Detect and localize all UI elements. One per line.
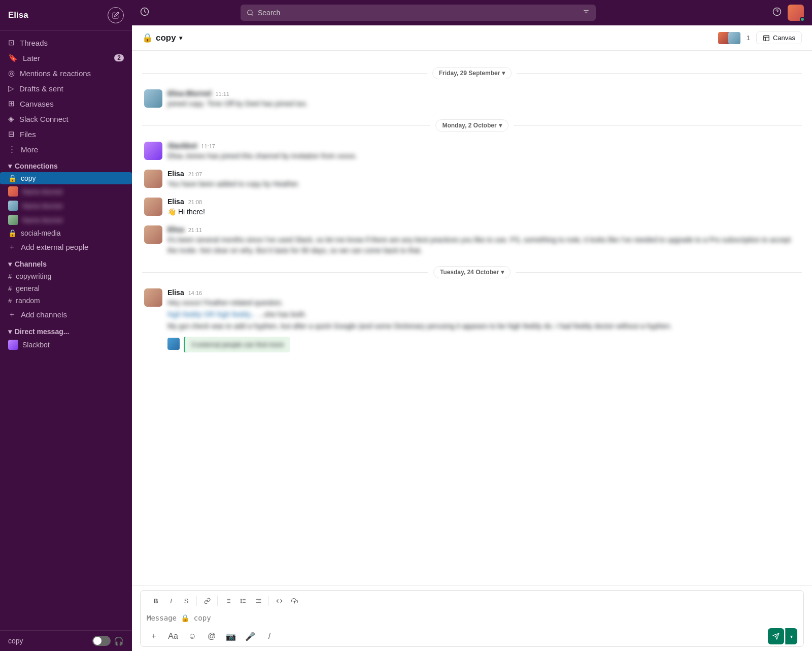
message-content: Elisa Blurred 11:11 joined copy. Time Of…: [167, 89, 800, 109]
toolbar-sep-1: [196, 596, 197, 606]
table-row: Slackbot 11:17 Elisa Joines has joined t…: [142, 140, 802, 164]
table-row: Elisa Blurred 11:11 joined copy. Time Of…: [142, 87, 802, 111]
history-button[interactable]: [140, 7, 149, 19]
sidebar: Elisa ⊡ Threads 🔖 Later 2 ◎ Mentions & r…: [0, 0, 132, 651]
message-header: Elisa 14:16: [167, 288, 800, 297]
sidebar-item-label: Files: [20, 130, 36, 139]
strikethrough-button[interactable]: S: [179, 594, 193, 608]
mentions-icon: ◎: [8, 69, 15, 78]
toggle-knob: [93, 637, 101, 645]
svg-rect-8: [764, 35, 769, 41]
slackbot-label: Slackbot: [22, 341, 50, 349]
avatar: [144, 170, 162, 188]
sidebar-item-drafts[interactable]: ▷ Drafts & sent: [0, 81, 132, 96]
bullet-list-button[interactable]: [236, 594, 250, 608]
send-chevron-button[interactable]: ▾: [785, 628, 797, 644]
mic-button[interactable]: 🎤: [243, 629, 257, 643]
divider-chevron-icon: ▾: [502, 70, 505, 77]
channel-label-copywriting: copywriting: [16, 272, 51, 280]
channel-chevron-icon[interactable]: ▾: [179, 35, 182, 42]
date-label-2[interactable]: Monday, 2 October ▾: [435, 119, 508, 132]
dm-item-2[interactable]: Name blurred: [0, 199, 132, 213]
channel-item-copywriting[interactable]: # copywriting: [0, 270, 132, 282]
sidebar-item-more[interactable]: ⋮ More: [0, 142, 132, 157]
dm-item-1[interactable]: Name blurred: [0, 184, 132, 199]
toggle-track[interactable]: [92, 636, 111, 646]
channel-item-random[interactable]: # random: [0, 295, 132, 307]
channel-header: 🔒 copy ▾ 1 Canvas: [132, 25, 812, 51]
filter-icon[interactable]: [583, 9, 590, 17]
date-label-1[interactable]: Friday, 29 September ▾: [432, 67, 512, 79]
message-sender: Elisa: [167, 225, 184, 234]
svg-point-1: [248, 10, 252, 15]
dm-item-slackbot[interactable]: Slackbot: [0, 338, 132, 352]
canvas-button[interactable]: Canvas: [756, 31, 802, 44]
sidebar-item-canvases[interactable]: ⊞ Canvases: [0, 96, 132, 111]
message-sender: Elisa: [167, 288, 184, 297]
link-button[interactable]: [200, 594, 214, 608]
channel-label: copy: [21, 174, 36, 182]
divider-line: [516, 272, 802, 273]
message-time: 21:08: [188, 199, 202, 205]
sidebar-item-files[interactable]: ⊟ Files: [0, 126, 132, 142]
channels-section-header[interactable]: ▾ Channels: [0, 255, 132, 270]
avatar: [144, 288, 162, 307]
channel-item-social-media[interactable]: 🔒 social-media: [0, 227, 132, 239]
add-button[interactable]: +: [147, 629, 161, 643]
svg-point-18: [241, 600, 242, 601]
send-icon: [772, 633, 780, 640]
indent-button[interactable]: [251, 594, 265, 608]
sidebar-item-later[interactable]: 🔖 Later 2: [0, 50, 132, 66]
channel-item-copy[interactable]: 🔒 copy: [0, 172, 132, 184]
ordered-list-icon: [225, 598, 231, 604]
send-button[interactable]: [768, 628, 784, 644]
date-divider-3: Tuesday, 24 October ▾: [142, 266, 802, 278]
sidebar-item-label: Canvases: [20, 100, 54, 108]
footer-toggle: 🎧: [92, 636, 124, 646]
message-time: 21:07: [188, 171, 202, 177]
connections-section-header[interactable]: ▾ Connections: [0, 157, 132, 172]
search-placeholder: Search: [258, 9, 280, 17]
message-time: 11:11: [215, 91, 229, 97]
message-header: Elisa Blurred 11:11: [167, 89, 800, 97]
svg-line-2: [252, 14, 253, 16]
video-button[interactable]: 📷: [224, 629, 238, 643]
dm-item-3[interactable]: Name blurred: [0, 213, 132, 227]
more-format-button[interactable]: [287, 594, 301, 608]
sidebar-item-label: Later: [23, 54, 40, 62]
date-divider-1: Friday, 29 September ▾: [142, 67, 802, 79]
add-channels-button[interactable]: ＋ Add channels: [0, 307, 132, 322]
message-header: Slackbot 11:17: [167, 142, 800, 150]
hash-icon: #: [8, 285, 12, 292]
divider-line: [514, 125, 802, 126]
more-icon: ⋮: [8, 145, 16, 154]
date-label-3[interactable]: Tuesday, 24 October ▾: [433, 266, 511, 278]
input-toolbar: B I S: [145, 591, 799, 610]
search-bar[interactable]: Search: [241, 5, 596, 21]
ordered-list-button[interactable]: [221, 594, 235, 608]
bold-button[interactable]: B: [149, 594, 163, 608]
message-text-input[interactable]: [145, 610, 799, 624]
bold-icon: B: [153, 597, 158, 605]
code-button[interactable]: [272, 594, 286, 608]
compose-button[interactable]: [108, 7, 124, 23]
sidebar-item-mentions[interactable]: ◎ Mentions & reactions: [0, 66, 132, 81]
message-link[interactable]: high feebly OR high feebly...: [167, 309, 256, 320]
mention-button[interactable]: @: [205, 629, 219, 643]
add-external-people-button[interactable]: ＋ Add external people: [0, 239, 132, 255]
italic-button[interactable]: I: [164, 594, 178, 608]
user-avatar[interactable]: [788, 5, 804, 21]
dm-section-header[interactable]: ▾ Direct messag...: [0, 322, 132, 338]
slackbot-avatar: [8, 340, 18, 350]
text-format-button[interactable]: Aa: [166, 629, 180, 643]
emoji-button[interactable]: ☺: [185, 629, 199, 643]
divider-chevron-icon: ▾: [501, 269, 504, 276]
input-bottom-toolbar: + Aa ☺ @ 📷 🎤 / ▾: [145, 626, 799, 644]
channel-name: copy: [156, 33, 176, 43]
sidebar-item-slack-connect[interactable]: ◈ Slack Connect: [0, 111, 132, 126]
sidebar-item-threads[interactable]: ⊡ Threads: [0, 35, 132, 50]
slash-button[interactable]: /: [262, 629, 277, 643]
help-button[interactable]: [772, 7, 782, 18]
workspace-name: Elisa: [8, 10, 28, 20]
channel-item-general[interactable]: # general: [0, 282, 132, 295]
